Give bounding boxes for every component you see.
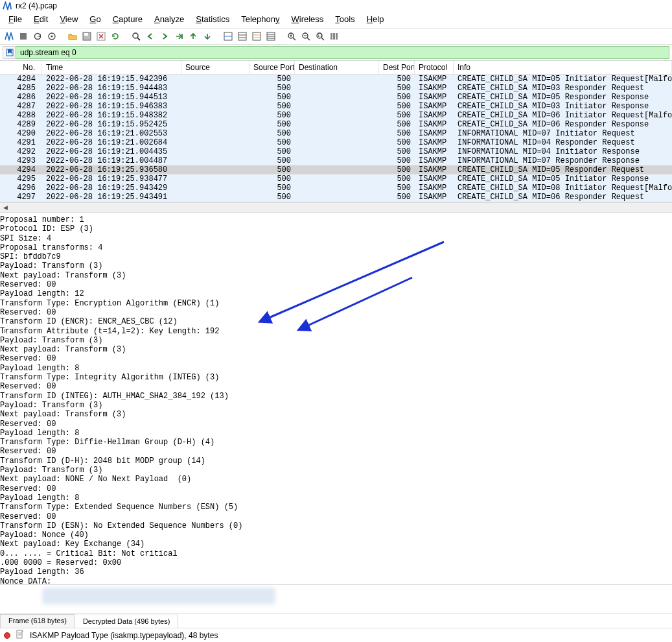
- display-filter-input[interactable]: [16, 46, 669, 59]
- arrow-up-icon[interactable]: [187, 30, 200, 43]
- detail-line[interactable]: ⌄Payload: Transform (3): [0, 261, 672, 270]
- detail-line[interactable]: Reserved: 00: [0, 354, 672, 363]
- menu-capture[interactable]: Capture: [107, 13, 148, 25]
- detail-line[interactable]: Next payload: Transform (3): [0, 271, 672, 280]
- floppy-save-icon[interactable]: [80, 30, 93, 43]
- magnifier-icon[interactable]: [130, 30, 143, 43]
- reload-icon[interactable]: [109, 30, 122, 43]
- packet-row[interactable]: 42922022-06-28 16:19:21.004435500500ISAK…: [0, 147, 672, 156]
- packet-row[interactable]: 42932022-06-28 16:19:21.004487500500ISAK…: [0, 156, 672, 165]
- menu-view[interactable]: View: [54, 13, 84, 25]
- col-time[interactable]: Time: [42, 61, 181, 74]
- detail-line[interactable]: Transform ID (D-H): 2048 bit MODP group …: [0, 457, 672, 466]
- packet-row[interactable]: 42962022-06-28 16:19:25.943429500500ISAK…: [0, 184, 672, 193]
- detail-line[interactable]: ⌄Payload: Transform (3): [0, 336, 672, 345]
- detail-line[interactable]: Transform ID (INTEG): AUTH_HMAC_SHA2_384…: [0, 392, 672, 401]
- close-x-icon[interactable]: [95, 30, 108, 43]
- detail-line[interactable]: Reserved: 00: [0, 382, 672, 391]
- detail-line[interactable]: Proposal number: 1: [0, 215, 672, 224]
- detail-line[interactable]: Payload length: 36: [0, 567, 672, 577]
- detail-line[interactable]: Protocol ID: ESP (3): [0, 224, 672, 233]
- detail-line[interactable]: ›Transform Attribute (t=14,l=2): Key Len…: [0, 327, 672, 336]
- menu-help[interactable]: Help: [361, 13, 390, 25]
- packet-row[interactable]: 42952022-06-28 16:19:25.938477500500ISAK…: [0, 174, 672, 184]
- arrow-right-icon[interactable]: [158, 30, 171, 43]
- detail-line[interactable]: Reserved: 00: [0, 420, 672, 429]
- capture-stop-icon[interactable]: [17, 30, 30, 43]
- arrow-jump-icon[interactable]: [172, 30, 185, 43]
- columns-icon[interactable]: [328, 30, 341, 43]
- detail-line[interactable]: ⌄Payload: Transform (3): [0, 466, 672, 475]
- detail-line[interactable]: Next payload: Key Exchange (34): [0, 540, 672, 549]
- zoom-out-icon[interactable]: [299, 30, 312, 43]
- menu-wireless[interactable]: Wireless: [286, 13, 330, 25]
- detail-line[interactable]: ⌄Payload: Nonce (40): [0, 530, 672, 540]
- layout1-icon[interactable]: [222, 30, 235, 43]
- menu-go[interactable]: Go: [84, 13, 106, 25]
- scroll-left-icon[interactable]: ◀: [0, 203, 10, 212]
- menu-tools[interactable]: Tools: [329, 13, 360, 25]
- packet-row[interactable]: 42902022-06-28 16:19:21.002553500500ISAK…: [0, 129, 672, 138]
- packet-list-pane[interactable]: No. Time Source Source Port Destination …: [0, 60, 672, 202]
- capture-restart-icon[interactable]: [31, 30, 44, 43]
- detail-line[interactable]: Reserved: 00: [0, 308, 672, 317]
- packet-row[interactable]: 42872022-06-28 16:19:15.946383500500ISAK…: [0, 102, 672, 111]
- detail-line[interactable]: Payload length: 8: [0, 429, 672, 438]
- detail-line[interactable]: Transform ID (ESN): No Extended Sequence…: [0, 521, 672, 530]
- detail-line[interactable]: Transform Type: Integrity Algorithm (INT…: [0, 373, 672, 382]
- capture-file-properties-icon[interactable]: [16, 630, 25, 641]
- col-src-port[interactable]: Source Port: [249, 61, 295, 74]
- col-source[interactable]: Source: [181, 61, 249, 74]
- layout4-icon[interactable]: [264, 30, 277, 43]
- packet-list-hscrollbar[interactable]: ◀: [0, 202, 672, 213]
- col-dest[interactable]: Destination: [295, 61, 379, 74]
- layout3-icon[interactable]: [250, 30, 263, 43]
- detail-line[interactable]: Transform Type: Encryption Algorithm (EN…: [0, 299, 672, 308]
- menu-file[interactable]: File: [3, 13, 28, 25]
- detail-line[interactable]: .000 0000 = Reserved: 0x00: [0, 558, 672, 567]
- detail-line[interactable]: Next payload: Transform (3): [0, 345, 672, 354]
- col-dest-port[interactable]: Dest Port: [379, 61, 415, 74]
- menu-statistics[interactable]: Statistics: [190, 13, 235, 25]
- packet-row[interactable]: 42852022-06-28 16:19:15.944483500500ISAK…: [0, 84, 672, 93]
- menu-analyze[interactable]: Analyze: [148, 13, 190, 25]
- col-no[interactable]: No.: [0, 61, 42, 74]
- packet-bytes-pane[interactable]: [0, 584, 672, 613]
- detail-line[interactable]: Transform Type: Diffie-Hellman Group (D-…: [0, 438, 672, 447]
- expert-info-led-icon[interactable]: [4, 632, 10, 639]
- capture-start-icon[interactable]: [3, 30, 16, 43]
- packet-row[interactable]: 42942022-06-28 16:19:25.936580500500ISAK…: [0, 165, 672, 174]
- detail-line[interactable]: Next payload: NONE / No Next Payload (0): [0, 475, 672, 484]
- detail-line[interactable]: Transform Type: Extended Sequence Number…: [0, 503, 672, 512]
- detail-line[interactable]: SPI: bfddb7c9: [0, 252, 672, 261]
- packet-row[interactable]: 42892022-06-28 16:19:15.952425500500ISAK…: [0, 120, 672, 129]
- packet-row[interactable]: 42972022-06-28 16:19:25.943491500500ISAK…: [0, 193, 672, 202]
- packet-row[interactable]: 42862022-06-28 16:19:15.944513500500ISAK…: [0, 93, 672, 102]
- detail-line[interactable]: SPI Size: 4: [0, 234, 672, 243]
- detail-line[interactable]: Next payload: Transform (3): [0, 410, 672, 419]
- packet-row[interactable]: 42882022-06-28 16:19:15.948382500500ISAK…: [0, 111, 672, 120]
- capture-options-icon[interactable]: [45, 30, 58, 43]
- detail-line[interactable]: Transform ID (ENCR): ENCR_AES_CBC (12): [0, 317, 672, 326]
- layout2-icon[interactable]: [236, 30, 249, 43]
- detail-line[interactable]: Reserved: 00: [0, 447, 672, 456]
- detail-line[interactable]: Reserved: 00: [0, 484, 672, 493]
- folder-open-icon[interactable]: [66, 30, 79, 43]
- detail-line[interactable]: ⌄Payload: Transform (3): [0, 401, 672, 410]
- packet-list-header[interactable]: No. Time Source Source Port Destination …: [0, 61, 672, 75]
- detail-line[interactable]: Reserved: 00: [0, 280, 672, 289]
- packet-details-pane[interactable]: Proposal number: 1Protocol ID: ESP (3)SP…: [0, 213, 672, 584]
- detail-line[interactable]: 0... .... = Critical Bit: Not critical: [0, 549, 672, 558]
- detail-line[interactable]: Nonce DATA:: [0, 577, 672, 584]
- packet-row[interactable]: 42842022-06-28 16:19:15.942396500500ISAK…: [0, 75, 672, 84]
- detail-line[interactable]: Payload length: 8: [0, 364, 672, 373]
- packet-row[interactable]: 42912022-06-28 16:19:21.002684500500ISAK…: [0, 138, 672, 147]
- zoom-fit-icon[interactable]: 1:1: [314, 30, 327, 43]
- menu-telephony[interactable]: Telephony: [235, 13, 285, 25]
- arrow-left-icon[interactable]: [144, 30, 157, 43]
- arrow-down-icon[interactable]: [201, 30, 214, 43]
- detail-line[interactable]: Reserved: 00: [0, 512, 672, 521]
- detail-line[interactable]: Proposal transforms: 4: [0, 243, 672, 252]
- filter-bookmark-icon[interactable]: [3, 46, 16, 59]
- zoom-in-icon[interactable]: [285, 30, 298, 43]
